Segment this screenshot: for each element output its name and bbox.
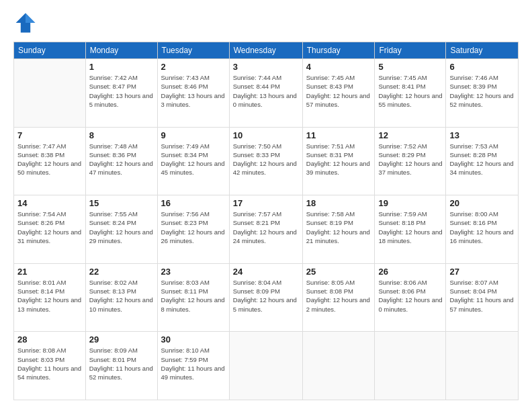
calendar-cell: 3Sunrise: 7:44 AMSunset: 8:44 PMDaylight… [229,59,302,128]
calendar-header-row: SundayMondayTuesdayWednesdayThursdayFrid… [14,42,519,59]
day-info: Sunrise: 7:50 AMSunset: 8:33 PMDaylight:… [233,142,299,177]
day-number: 17 [233,198,299,208]
calendar-cell: 13Sunrise: 7:53 AMSunset: 8:28 PMDayligh… [446,127,519,195]
calendar-cell: 8Sunrise: 7:48 AMSunset: 8:36 PMDaylight… [85,127,157,195]
calendar-cell: 19Sunrise: 7:59 AMSunset: 8:18 PMDayligh… [375,195,446,264]
day-number: 24 [233,267,299,277]
calendar-cell: 12Sunrise: 7:52 AMSunset: 8:29 PMDayligh… [375,127,446,195]
calendar-cell: 1Sunrise: 7:42 AMSunset: 8:47 PMDaylight… [85,59,157,128]
day-number: 11 [306,130,371,140]
weekday-header-monday: Monday [85,42,157,59]
page: SundayMondayTuesdayWednesdayThursdayFrid… [0,0,532,411]
day-number: 19 [378,198,442,208]
week-row-2: 7Sunrise: 7:47 AMSunset: 8:38 PMDaylight… [14,127,519,195]
day-info: Sunrise: 7:58 AMSunset: 8:19 PMDaylight:… [306,210,371,245]
week-row-5: 28Sunrise: 8:08 AMSunset: 8:03 PMDayligh… [14,332,519,400]
calendar-cell: 27Sunrise: 8:07 AMSunset: 8:04 PMDayligh… [446,263,519,332]
day-number: 10 [233,130,299,140]
weekday-header-thursday: Thursday [302,42,375,59]
day-number: 12 [378,130,442,140]
calendar-cell [14,59,86,128]
day-info: Sunrise: 8:06 AMSunset: 8:06 PMDaylight:… [378,278,442,314]
weekday-header-wednesday: Wednesday [229,42,302,59]
day-number: 20 [449,198,515,208]
day-number: 22 [89,267,154,277]
calendar-cell: 24Sunrise: 8:04 AMSunset: 8:09 PMDayligh… [229,263,302,332]
day-number: 1 [89,62,154,72]
calendar-cell [375,332,446,400]
calendar-cell: 16Sunrise: 7:56 AMSunset: 8:23 PMDayligh… [157,195,229,264]
day-number: 25 [306,267,371,277]
day-number: 4 [306,62,371,72]
calendar-cell: 6Sunrise: 7:46 AMSunset: 8:39 PMDaylight… [446,59,519,128]
calendar-cell: 9Sunrise: 7:49 AMSunset: 8:34 PMDaylight… [157,127,229,195]
day-number: 21 [17,267,82,277]
calendar-cell: 10Sunrise: 7:50 AMSunset: 8:33 PMDayligh… [229,127,302,195]
day-number: 29 [89,334,154,345]
day-info: Sunrise: 8:02 AMSunset: 8:13 PMDaylight:… [89,278,154,314]
day-info: Sunrise: 8:08 AMSunset: 8:03 PMDaylight:… [17,346,82,381]
day-info: Sunrise: 7:46 AMSunset: 8:39 PMDaylight:… [449,73,515,109]
day-info: Sunrise: 7:43 AMSunset: 8:46 PMDaylight:… [161,73,226,109]
day-number: 26 [378,267,442,277]
day-info: Sunrise: 8:07 AMSunset: 8:04 PMDaylight:… [449,278,515,314]
day-info: Sunrise: 7:56 AMSunset: 8:23 PMDaylight:… [161,210,226,245]
day-number: 27 [449,267,515,277]
svg-marker-1 [26,13,35,23]
day-number: 23 [161,267,226,277]
calendar-cell: 18Sunrise: 7:58 AMSunset: 8:19 PMDayligh… [302,195,375,264]
day-info: Sunrise: 8:04 AMSunset: 8:09 PMDaylight:… [233,278,299,314]
week-row-4: 21Sunrise: 8:01 AMSunset: 8:14 PMDayligh… [14,263,519,332]
calendar-cell: 30Sunrise: 8:10 AMSunset: 7:59 PMDayligh… [157,332,229,400]
logo-icon [13,11,38,35]
calendar-cell: 7Sunrise: 7:47 AMSunset: 8:38 PMDaylight… [14,127,86,195]
calendar-cell [229,332,302,400]
calendar-cell: 28Sunrise: 8:08 AMSunset: 8:03 PMDayligh… [14,332,86,400]
weekday-header-saturday: Saturday [446,42,519,59]
day-number: 14 [17,198,82,208]
calendar-cell: 2Sunrise: 7:43 AMSunset: 8:46 PMDaylight… [157,59,229,128]
day-number: 7 [17,130,82,140]
calendar-cell: 4Sunrise: 7:45 AMSunset: 8:43 PMDaylight… [302,59,375,128]
week-row-3: 14Sunrise: 7:54 AMSunset: 8:26 PMDayligh… [14,195,519,264]
day-info: Sunrise: 7:45 AMSunset: 8:41 PMDaylight:… [378,73,442,109]
day-number: 9 [161,130,226,140]
day-info: Sunrise: 8:05 AMSunset: 8:08 PMDaylight:… [306,278,371,314]
calendar-cell: 25Sunrise: 8:05 AMSunset: 8:08 PMDayligh… [302,263,375,332]
day-info: Sunrise: 7:54 AMSunset: 8:26 PMDaylight:… [17,210,82,245]
calendar-cell: 15Sunrise: 7:55 AMSunset: 8:24 PMDayligh… [85,195,157,264]
day-number: 18 [306,198,371,208]
calendar-cell [446,332,519,400]
day-info: Sunrise: 7:57 AMSunset: 8:21 PMDaylight:… [233,210,299,245]
day-info: Sunrise: 7:51 AMSunset: 8:31 PMDaylight:… [306,142,371,177]
weekday-header-tuesday: Tuesday [157,42,229,59]
day-number: 28 [17,334,82,345]
day-number: 16 [161,198,226,208]
calendar-cell: 20Sunrise: 8:00 AMSunset: 8:16 PMDayligh… [446,195,519,264]
day-info: Sunrise: 7:42 AMSunset: 8:47 PMDaylight:… [89,73,154,109]
day-info: Sunrise: 7:53 AMSunset: 8:28 PMDaylight:… [449,142,515,177]
day-info: Sunrise: 7:52 AMSunset: 8:29 PMDaylight:… [378,142,442,177]
calendar-cell: 5Sunrise: 7:45 AMSunset: 8:41 PMDaylight… [375,59,446,128]
day-number: 13 [449,130,515,140]
day-number: 30 [161,334,226,345]
calendar-cell: 29Sunrise: 8:09 AMSunset: 8:01 PMDayligh… [85,332,157,400]
calendar-cell: 14Sunrise: 7:54 AMSunset: 8:26 PMDayligh… [14,195,86,264]
day-info: Sunrise: 7:45 AMSunset: 8:43 PMDaylight:… [306,73,371,109]
header [13,11,519,35]
day-number: 8 [89,130,154,140]
day-info: Sunrise: 8:09 AMSunset: 8:01 PMDaylight:… [89,346,154,381]
day-info: Sunrise: 8:10 AMSunset: 7:59 PMDaylight:… [161,346,226,381]
day-number: 3 [233,62,299,72]
day-number: 6 [449,62,515,72]
day-info: Sunrise: 7:55 AMSunset: 8:24 PMDaylight:… [89,210,154,245]
day-info: Sunrise: 7:49 AMSunset: 8:34 PMDaylight:… [161,142,226,177]
calendar-cell [302,332,375,400]
day-info: Sunrise: 7:44 AMSunset: 8:44 PMDaylight:… [233,73,299,109]
day-info: Sunrise: 7:59 AMSunset: 8:18 PMDaylight:… [378,210,442,245]
day-number: 15 [89,198,154,208]
weekday-header-sunday: Sunday [14,42,86,59]
day-info: Sunrise: 8:03 AMSunset: 8:11 PMDaylight:… [161,278,226,314]
day-info: Sunrise: 7:47 AMSunset: 8:38 PMDaylight:… [17,142,82,177]
calendar-cell: 21Sunrise: 8:01 AMSunset: 8:14 PMDayligh… [14,263,86,332]
